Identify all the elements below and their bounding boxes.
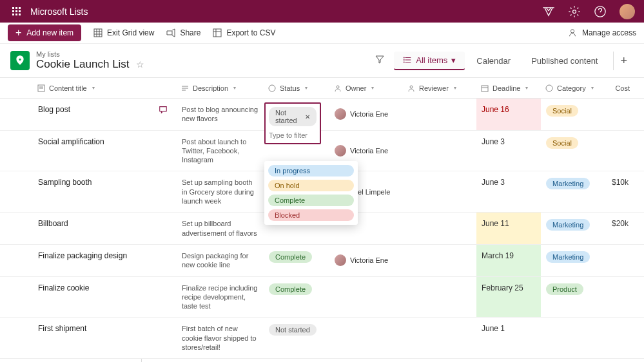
- column-content-title[interactable]: Content title▾: [12, 84, 176, 92]
- status-option-inprogress[interactable]: In progress: [268, 165, 354, 176]
- add-new-item-row[interactable]: + Add new item: [0, 359, 644, 362]
- row-desc: Set up billboard advertisement of flavor…: [177, 213, 264, 244]
- column-category[interactable]: Category▾: [540, 84, 606, 92]
- row-desc: First batch of new cookie flavor shipped…: [177, 318, 264, 358]
- circle-icon: [268, 84, 276, 92]
- status-pill[interactable]: Complete: [269, 283, 312, 295]
- plus-icon: +: [15, 28, 21, 38]
- row-title: Finalize packaging design: [38, 251, 127, 260]
- svg-point-14: [404, 57, 405, 58]
- status-filter-input[interactable]: [269, 130, 317, 140]
- row-title: Billboard: [38, 219, 68, 228]
- row-desc: Design packaging for new cookie line: [177, 245, 264, 276]
- chevron-down-icon: ▾: [305, 85, 307, 91]
- person-icon: [568, 28, 577, 37]
- status-option-blocked[interactable]: Blocked: [268, 209, 354, 221]
- status-option-onhold[interactable]: On hold: [268, 180, 354, 191]
- category-pill: Marketing: [546, 219, 590, 231]
- comment-icon[interactable]: [159, 105, 168, 114]
- chevron-down-icon: ▾: [371, 85, 374, 91]
- add-new-item-button[interactable]: + Add new item: [8, 24, 81, 41]
- svg-point-23: [269, 85, 275, 91]
- status-pill[interactable]: Complete: [269, 251, 312, 263]
- column-cost[interactable]: Cost: [606, 84, 635, 92]
- row-title: Sampling booth: [38, 178, 92, 187]
- status-pill[interactable]: Not started: [269, 324, 317, 336]
- chevron-down-icon: ▾: [233, 85, 236, 91]
- chevron-down-icon: ▾: [591, 85, 594, 91]
- column-status[interactable]: Status▾: [263, 84, 329, 92]
- premium-icon[interactable]: [542, 5, 555, 18]
- tag-icon: [545, 84, 553, 92]
- app-bar: Microsoft Lists: [0, 0, 644, 23]
- text-icon: [37, 84, 45, 92]
- cost-text: $10k: [607, 171, 636, 212]
- help-icon[interactable]: [594, 5, 607, 18]
- deadline-text: June 1: [482, 324, 505, 333]
- export-icon: [212, 28, 222, 38]
- view-published-content[interactable]: Published content: [522, 52, 607, 70]
- view-calendar[interactable]: Calendar: [467, 52, 520, 70]
- status-selected-pill[interactable]: Not started ✕: [269, 107, 317, 126]
- owner-avatar: [335, 108, 346, 120]
- svg-point-25: [410, 86, 413, 88]
- add-view-button[interactable]: +: [613, 52, 634, 70]
- svg-rect-26: [482, 86, 488, 91]
- row-desc: Post to blog announcing new flavors: [177, 99, 264, 130]
- export-csv-button[interactable]: Export to CSV: [212, 28, 275, 38]
- status-option-complete[interactable]: Complete: [268, 195, 354, 206]
- table-row[interactable]: Blog post Post to blog announcing new fl…: [0, 99, 644, 131]
- settings-icon[interactable]: [568, 5, 581, 18]
- view-all-items[interactable]: All items ▾: [394, 52, 465, 70]
- add-new-item-label: Add new item: [26, 28, 73, 37]
- column-description[interactable]: Description▾: [176, 84, 263, 92]
- svg-point-24: [337, 86, 339, 88]
- remove-status-icon[interactable]: ✕: [305, 113, 310, 120]
- chevron-down-icon: ▾: [451, 55, 456, 65]
- row-title: First shipment: [38, 324, 86, 333]
- favorite-star-icon[interactable]: ☆: [136, 59, 144, 70]
- grid-body: Blog post Post to blog announcing new fl…: [0, 99, 644, 362]
- app-launcher-button[interactable]: [5, 0, 28, 23]
- filter-icon[interactable]: [368, 50, 391, 71]
- waffle-icon: [12, 7, 21, 15]
- category-pill: Product: [546, 283, 583, 295]
- status-cell-editor[interactable]: Not started ✕: [264, 102, 321, 144]
- share-icon: [166, 28, 176, 38]
- table-row[interactable]: First shipment First batch of new cookie…: [0, 318, 644, 359]
- grid-header: Content title▾ Description▾ Status▾ Owne…: [0, 78, 644, 99]
- deadline-text: February 25: [482, 283, 523, 292]
- column-deadline[interactable]: Deadline▾: [476, 84, 540, 92]
- app-title: Microsoft Lists: [30, 6, 88, 17]
- breadcrumb[interactable]: My lists: [36, 50, 144, 58]
- share-label: Share: [180, 28, 200, 37]
- svg-point-10: [571, 30, 574, 33]
- list-tile: [10, 51, 30, 70]
- exit-grid-view-button[interactable]: Exit Grid view: [93, 28, 154, 38]
- owner-avatar: [335, 145, 346, 157]
- svg-rect-2: [94, 29, 102, 37]
- list-title: Cookie Launch List: [36, 58, 130, 71]
- owner-name: Victoria Ene: [350, 256, 388, 264]
- table-row[interactable]: Finalize packaging design Design packagi…: [0, 245, 644, 277]
- chevron-down-icon: ▾: [525, 85, 528, 91]
- category-pill: Social: [546, 137, 578, 149]
- category-pill: Social: [546, 105, 578, 117]
- share-button[interactable]: Share: [166, 28, 200, 38]
- chevron-down-icon: ▾: [454, 85, 456, 91]
- column-owner[interactable]: Owner▾: [329, 84, 402, 92]
- row-desc: Finalize recipe including recipe develop…: [177, 277, 264, 318]
- status-dropdown: In progress On hold Complete Blocked: [264, 161, 358, 225]
- row-desc: Post about launch to Twitter, Facebook, …: [177, 131, 264, 171]
- svg-point-0: [573, 10, 576, 13]
- lines-icon: [181, 84, 189, 92]
- column-reviewer[interactable]: Reviewer▾: [402, 84, 476, 92]
- calendar-icon: [481, 84, 489, 92]
- category-pill: Marketing: [546, 251, 590, 263]
- manage-access-button[interactable]: Manage access: [568, 28, 636, 37]
- grid-icon: [93, 28, 103, 38]
- category-pill: Marketing: [546, 178, 590, 189]
- row-desc: Set up sampling booth in Grocery store d…: [177, 171, 264, 212]
- avatar[interactable]: [620, 4, 635, 19]
- table-row[interactable]: Finalize cookie Finalize recipe includin…: [0, 277, 644, 318]
